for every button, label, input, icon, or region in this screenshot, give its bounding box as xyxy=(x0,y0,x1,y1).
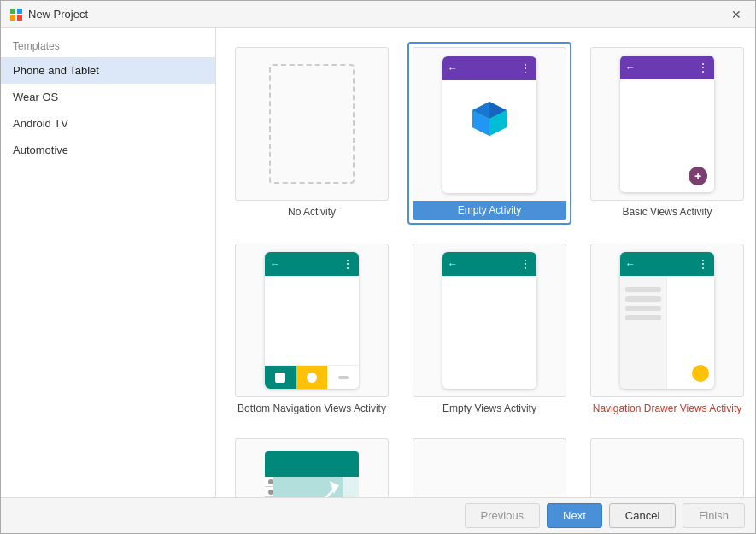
next-button[interactable]: Next xyxy=(547,503,602,528)
empty-views-label: Empty Views Activity xyxy=(442,402,536,414)
svg-rect-0 xyxy=(10,9,15,14)
nav-drawer-phone-mock: ← ⋮ xyxy=(620,252,714,389)
empty-activity-bar: ← ⋮ xyxy=(442,56,536,80)
game-preview: 🎮 xyxy=(413,438,566,497)
more-dots-icon: ⋮ xyxy=(697,61,709,74)
more-dots-icon: ⋮ xyxy=(519,257,531,271)
back-arrow-icon: ← xyxy=(270,258,280,270)
nav-drawer-preview: ← ⋮ xyxy=(590,244,744,397)
back-arrow-icon: ← xyxy=(625,258,636,270)
spreadsheet-header xyxy=(265,451,359,477)
empty-views-preview: ← ⋮ xyxy=(413,244,566,397)
bottom-nav-item-2 xyxy=(296,366,328,389)
svg-rect-1 xyxy=(17,9,22,14)
spreadsheet-chart xyxy=(274,477,343,497)
game-controller-icon: 🎮 xyxy=(468,496,511,498)
svg-rect-3 xyxy=(17,15,22,21)
empty-activity-label: Empty Activity xyxy=(413,201,566,220)
sidebar-item-wear-os[interactable]: Wear OS xyxy=(1,84,215,110)
previous-button[interactable]: Previous xyxy=(465,503,541,528)
title-bar: New Project ✕ xyxy=(1,1,755,28)
basic-views-phone-mock: ← ⋮ + xyxy=(620,56,714,192)
back-arrow-icon: ← xyxy=(625,62,636,73)
bottom-nav-bar: ← ⋮ xyxy=(265,252,359,276)
svg-line-9 xyxy=(278,485,338,497)
template-game[interactable]: 🎮 Game Activity xyxy=(407,433,571,497)
template-basic-views[interactable]: ← ⋮ + Basic Views Activity xyxy=(585,42,749,225)
no-activity-dashed-box xyxy=(269,64,355,184)
more-dots-icon: ⋮ xyxy=(519,62,531,75)
template-no-activity[interactable]: No Activity xyxy=(230,42,394,225)
nav-drawer-fab xyxy=(692,365,709,382)
nav-drawer-label: Navigation Drawer Views Activity xyxy=(593,402,742,414)
empty-views-phone-mock: ← ⋮ xyxy=(442,252,536,389)
template-empty-views[interactable]: ← ⋮ Empty Views Activity xyxy=(407,238,571,420)
template-bottom-nav[interactable]: ← ⋮ xyxy=(230,238,394,420)
nav-drawer-bar: ← ⋮ xyxy=(620,252,714,276)
nav-drawer-main xyxy=(667,276,714,389)
fab-icon: + xyxy=(689,167,707,185)
content-area: Templates Phone and Tablet Wear OS Andro… xyxy=(1,28,755,497)
bottom-nav-footer xyxy=(265,365,359,389)
basic-views-bar: ← ⋮ xyxy=(620,56,714,79)
sidebar-item-android-tv[interactable]: Android TV xyxy=(1,110,215,137)
empty-views-body xyxy=(442,276,536,389)
svg-rect-2 xyxy=(10,15,15,21)
empty-activity-preview: ← ⋮ xyxy=(413,47,566,201)
template-empty-activity[interactable]: ← ⋮ xyxy=(407,42,571,225)
chart-svg xyxy=(274,477,343,497)
spreadsheet-left-col xyxy=(265,477,274,497)
basic-views-body: + xyxy=(620,79,714,192)
more-dots-icon: ⋮ xyxy=(342,257,354,271)
template-nav-drawer[interactable]: ← ⋮ xyxy=(585,238,749,420)
main-window: New Project ✕ Templates Phone and Tablet… xyxy=(0,0,756,534)
more-dots-icon: ⋮ xyxy=(697,257,709,271)
bottom-nav-body xyxy=(265,276,359,389)
templates-grid: No Activity ← ⋮ xyxy=(230,42,741,497)
cancel-button[interactable]: Cancel xyxy=(609,503,676,528)
bottom-nav-phone-mock: ← ⋮ xyxy=(265,252,359,389)
sidebar: Templates Phone and Tablet Wear OS Andro… xyxy=(1,28,216,497)
back-arrow-icon: ← xyxy=(448,62,458,74)
no-activity-label: No Activity xyxy=(288,206,336,218)
spreadsheet-preview xyxy=(235,438,389,497)
spreadsheet-mock xyxy=(265,451,359,497)
bottom-nav-label: Bottom Navigation Views Activity xyxy=(237,402,386,414)
nav-drawer-side xyxy=(620,276,667,389)
bottom-nav-item-1 xyxy=(265,366,296,389)
bottom-nav-item-3 xyxy=(327,366,359,389)
nav-drawer-body xyxy=(620,276,714,389)
app-logo-icon xyxy=(468,97,511,140)
empty-activity-body xyxy=(442,80,536,193)
window-icon xyxy=(9,8,23,21)
back-arrow-icon: ← xyxy=(448,258,458,270)
no-activity-preview xyxy=(235,47,389,201)
bottom-nav-preview: ← ⋮ xyxy=(235,244,389,397)
window-title: New Project xyxy=(28,8,726,21)
templates-area: No Activity ← ⋮ xyxy=(216,28,755,497)
close-button[interactable]: ✕ xyxy=(726,6,747,23)
basic-views-preview: ← ⋮ + xyxy=(590,47,744,201)
cpp-preview: C++ xyxy=(590,438,744,497)
footer: Previous Next Cancel Finish xyxy=(1,497,755,533)
template-spreadsheet[interactable]: Spreadsheet Activity xyxy=(230,433,394,497)
empty-views-bar: ← ⋮ xyxy=(442,252,536,276)
finish-button[interactable]: Finish xyxy=(683,503,745,528)
basic-views-label: Basic Views Activity xyxy=(622,206,712,218)
sidebar-item-phone-tablet[interactable]: Phone and Tablet xyxy=(1,57,215,84)
sidebar-item-automotive[interactable]: Automotive xyxy=(1,137,215,163)
template-cpp[interactable]: C++ Native C++ Activity xyxy=(585,433,749,497)
sidebar-section-label: Templates xyxy=(1,32,215,57)
empty-activity-phone-mock: ← ⋮ xyxy=(442,56,536,193)
